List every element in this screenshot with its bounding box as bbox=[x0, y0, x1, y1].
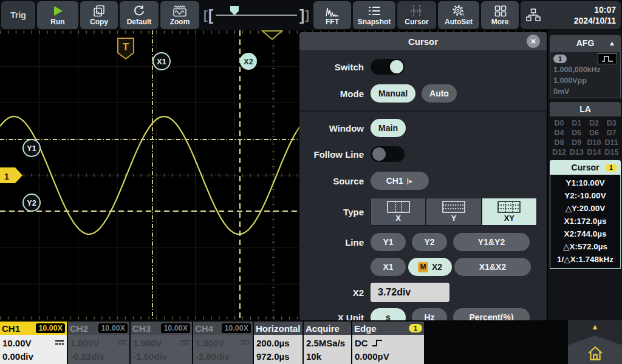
line-y1-button[interactable]: Y1 bbox=[371, 233, 406, 251]
gear-icon: A bbox=[451, 5, 466, 17]
slider-thumb-icon[interactable] bbox=[230, 6, 239, 15]
afg-channel-badge: 1 bbox=[553, 55, 567, 63]
oscilloscope-screen: Trig Run Copy Default Zoom bbox=[0, 0, 622, 364]
default-button[interactable]: Default bbox=[120, 1, 159, 29]
la-channel: D2 bbox=[586, 119, 603, 127]
square-wave-icon bbox=[598, 53, 617, 64]
cursor-source-badge: 1 bbox=[605, 164, 617, 172]
afg-offset: 0mV bbox=[553, 86, 617, 97]
right-sidebar: AFG ▲ 1 1.000,000kHz 1.000Vpp 0mV LA D0 … bbox=[548, 30, 622, 320]
expand-up-icon[interactable]: ▲ bbox=[568, 320, 622, 331]
ch2-status[interactable]: CH2 10.00X 1.000V -0.22div bbox=[68, 322, 129, 364]
copy-button[interactable]: Copy bbox=[80, 1, 118, 29]
snapshot-list-icon bbox=[367, 5, 381, 17]
slider-track[interactable] bbox=[216, 15, 297, 16]
line-label: Line bbox=[306, 237, 364, 248]
cursor-value-x1: X1:172.0µs bbox=[550, 215, 620, 228]
ch4-status[interactable]: CH4 10.00X 1.000V -2.80div bbox=[193, 322, 253, 364]
line-x1-button[interactable]: X1 bbox=[371, 258, 406, 276]
trigger-status[interactable]: Edge 1 DC 0.000pV bbox=[352, 322, 424, 364]
divider bbox=[299, 110, 547, 112]
window-main-button[interactable]: Main bbox=[371, 119, 406, 137]
la-panel-header[interactable]: LA bbox=[550, 102, 621, 116]
cursor-results-panel: Y1:10.00V Y2:-10.00V △Y:20.00V X1:172.0µ… bbox=[550, 175, 621, 269]
type-xy-button[interactable]: XY bbox=[482, 198, 536, 225]
la-channel: D14 bbox=[586, 148, 603, 157]
xunit-s-button[interactable]: s bbox=[371, 308, 406, 320]
snapshot-button[interactable]: Snapshot bbox=[353, 1, 395, 29]
more-button[interactable]: More bbox=[481, 1, 519, 29]
cursor-button[interactable]: Cursor bbox=[397, 1, 436, 29]
fft-button[interactable]: FFT bbox=[313, 1, 351, 29]
svg-text:1: 1 bbox=[4, 171, 9, 181]
clock-time: 10:07 bbox=[541, 4, 616, 15]
la-channel: D8 bbox=[550, 138, 568, 147]
line-x2-button[interactable]: M X2 bbox=[408, 258, 452, 276]
trigger-level: 0.000pV bbox=[355, 349, 422, 363]
autoset-button[interactable]: A AutoSet bbox=[438, 1, 479, 29]
mode-auto-button[interactable]: Auto bbox=[422, 84, 457, 103]
zoom-button[interactable]: Zoom bbox=[160, 1, 199, 29]
type-y-button[interactable]: Y bbox=[426, 198, 480, 225]
la-channel: D11 bbox=[603, 138, 620, 147]
type-x-icon bbox=[387, 201, 410, 213]
type-label: Type bbox=[306, 207, 364, 217]
cursor-switch-toggle[interactable] bbox=[371, 59, 405, 75]
spectrum-icon bbox=[326, 5, 339, 17]
toggle-knob bbox=[390, 60, 403, 73]
line-x1x2-button[interactable]: X1&X2 bbox=[454, 258, 531, 276]
mode-manual-button[interactable]: Manual bbox=[371, 84, 415, 103]
bottom-status-bar: CH1 10.00X 10.00V 0.00div CH2 10.00X 1.0… bbox=[0, 320, 622, 364]
home-icon bbox=[587, 346, 603, 361]
line-y2-button[interactable]: Y2 bbox=[412, 233, 447, 251]
top-toolbar: Trig Run Copy Default Zoom bbox=[0, 0, 622, 30]
home-button[interactable] bbox=[568, 335, 622, 364]
cursor-results-header[interactable]: Cursor 1 bbox=[550, 160, 621, 175]
ch3-status[interactable]: CH3 10.00X 1.000V -1.50div bbox=[131, 322, 192, 364]
la-channel: D13 bbox=[568, 148, 586, 157]
dc-coupling-icon bbox=[117, 340, 127, 346]
follow-line-toggle[interactable] bbox=[371, 146, 405, 162]
cursor-value-x2: X2:744.0µs bbox=[550, 228, 620, 240]
afg-frequency: 1.000,000kHz bbox=[553, 64, 617, 75]
svg-text:A: A bbox=[461, 12, 465, 17]
dropdown-arrow-icon: |▸ bbox=[407, 177, 414, 185]
bracket-inner-left: [ bbox=[208, 7, 213, 24]
svg-text:Y2: Y2 bbox=[27, 199, 36, 207]
type-segmented-control: X Y XY bbox=[371, 198, 537, 226]
timebase-scale: 200.0µs bbox=[256, 336, 300, 349]
x2-value-input[interactable]: 3.72div bbox=[371, 283, 449, 302]
la-channel: D5 bbox=[568, 129, 586, 137]
corner-panel: ▲ bbox=[568, 320, 622, 364]
switch-label: Switch bbox=[306, 62, 364, 72]
la-channel: D4 bbox=[550, 129, 568, 137]
horizontal-status[interactable]: Horizontal 200.0µs 972.0µs bbox=[254, 322, 302, 364]
type-xy-icon bbox=[497, 201, 521, 213]
la-channel: D15 bbox=[603, 148, 620, 157]
afg-panel-header[interactable]: AFG ▲ bbox=[550, 35, 621, 51]
bracket-outer-left: [ bbox=[203, 8, 208, 22]
type-x-button[interactable]: X bbox=[371, 198, 425, 225]
svg-text:X1: X1 bbox=[157, 58, 166, 66]
xunit-label: X Unit bbox=[306, 312, 364, 321]
source-label: Source bbox=[306, 176, 364, 186]
line-y1y2-button[interactable]: Y1&Y2 bbox=[453, 233, 530, 251]
timebase-offset: 972.0µs bbox=[256, 349, 300, 363]
xunit-hz-button[interactable]: Hz bbox=[412, 308, 447, 320]
horizontal-position-slider[interactable]: [ [ ] ] bbox=[201, 1, 312, 29]
source-select[interactable]: CH1 |▸ bbox=[371, 172, 429, 190]
dialog-header[interactable]: Cursor × bbox=[299, 32, 547, 50]
svg-text:Y1: Y1 bbox=[27, 144, 36, 153]
mode-label: Mode bbox=[306, 89, 364, 99]
afg-panel[interactable]: 1 1.000,000kHz 1.000Vpp 0mV bbox=[550, 51, 621, 98]
run-button[interactable]: Run bbox=[37, 1, 78, 29]
la-channel: D12 bbox=[550, 148, 568, 157]
la-channel: D6 bbox=[586, 129, 603, 137]
la-channel: D9 bbox=[568, 138, 586, 147]
xunit-percent-button[interactable]: Percent(%) bbox=[453, 308, 530, 320]
collapse-icon[interactable]: ▲ bbox=[609, 39, 615, 47]
cursor-lines-icon bbox=[410, 5, 423, 17]
close-icon[interactable]: × bbox=[527, 35, 540, 48]
ch1-status[interactable]: CH1 10.00X 10.00V 0.00div bbox=[0, 322, 67, 364]
acquire-status[interactable]: Acquire 2.5MSa/s 10k bbox=[304, 322, 351, 364]
